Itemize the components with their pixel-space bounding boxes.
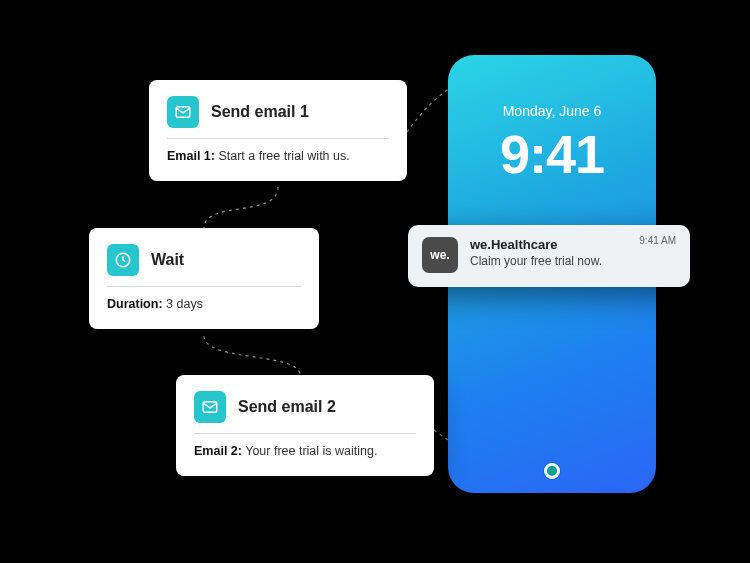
notification-app-icon: we. [422,237,458,273]
flow-card-title: Wait [151,251,184,269]
clock-icon [107,244,139,276]
mail-icon [167,96,199,128]
detail-label: Email 1: [167,149,215,163]
phone-time: 9:41 [448,123,656,185]
divider [194,433,416,434]
notification-time: 9:41 AM [639,235,676,246]
notification-message: Claim your free trial now. [470,254,676,268]
detail-label: Email 2: [194,444,242,458]
detail-value: Your free trial is waiting. [245,444,377,458]
detail-value: Start a free trial with us. [218,149,349,163]
phone-date: Monday, June 6 [448,103,656,119]
diagram-canvas: Monday, June 6 9:41 we. we.Healthcare Cl… [0,0,750,563]
home-indicator-icon [544,463,560,479]
flow-card-send-email-1[interactable]: Send email 1 Email 1: Start a free trial… [149,80,407,181]
flow-card-detail: Email 1: Start a free trial with us. [167,149,389,163]
flow-card-detail: Duration: 3 days [107,297,301,311]
detail-label: Duration: [107,297,163,311]
divider [167,138,389,139]
mail-icon [194,391,226,423]
flow-card-title: Send email 2 [238,398,336,416]
flow-card-send-email-2[interactable]: Send email 2 Email 2: Your free trial is… [176,375,434,476]
flow-card-title: Send email 1 [211,103,309,121]
flow-card-detail: Email 2: Your free trial is waiting. [194,444,416,458]
flow-card-wait[interactable]: Wait Duration: 3 days [89,228,319,329]
divider [107,286,301,287]
push-notification[interactable]: we. we.Healthcare Claim your free trial … [408,225,690,287]
detail-value: 3 days [166,297,203,311]
